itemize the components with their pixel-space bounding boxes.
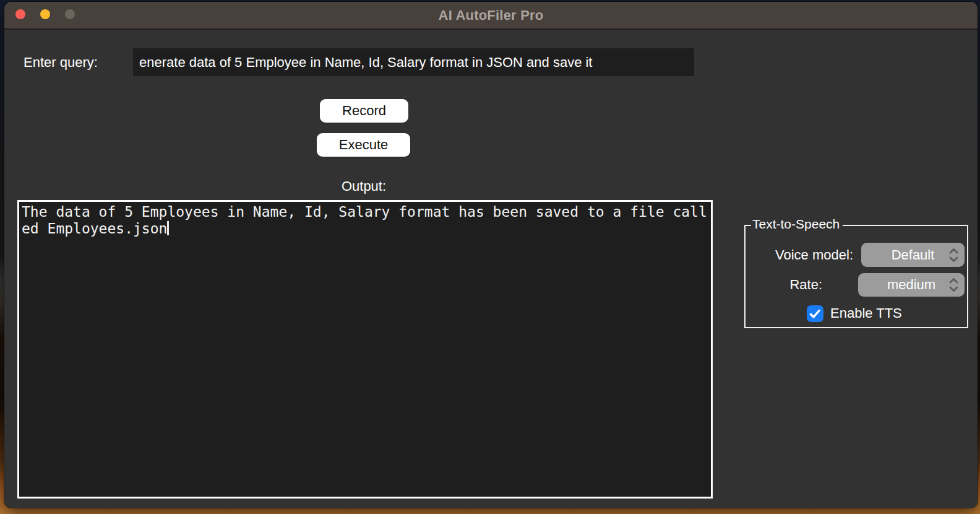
enable-tts-label: Enable TTS [830, 305, 902, 321]
tts-group: Text-to-Speech Voice model: Default Rate… [744, 225, 968, 328]
rate-label: Rate: [749, 277, 822, 293]
close-button[interactable] [15, 9, 25, 19]
enter-query-label: Enter query: [24, 54, 98, 71]
title-bar[interactable]: AI AutoFiler Pro [4, 2, 978, 30]
output-text: The data of 5 Employees in Name, Id, Sal… [22, 204, 707, 237]
tts-group-title: Text-to-Speech [751, 217, 843, 232]
query-input[interactable] [133, 48, 694, 76]
zoom-button[interactable] [65, 9, 75, 19]
app-window: AI AutoFiler Pro Enter query: Record Exe… [4, 2, 978, 508]
execute-button[interactable]: Execute [317, 133, 410, 157]
rate-select[interactable]: medium [858, 273, 965, 297]
voice-model-label: Voice model: [749, 247, 853, 263]
record-button[interactable]: Record [320, 99, 408, 123]
output-label: Output: [302, 178, 426, 194]
chevron-up-down-icon [948, 277, 959, 293]
chevron-up-down-icon [948, 247, 959, 263]
voice-model-select[interactable]: Default [861, 243, 965, 267]
text-cursor [167, 221, 169, 235]
output-textarea[interactable]: The data of 5 Employees in Name, Id, Sal… [17, 200, 713, 499]
checkmark-icon [809, 309, 821, 319]
minimize-button[interactable] [40, 9, 50, 19]
rate-value: medium [887, 277, 935, 293]
voice-model-value: Default [892, 247, 935, 263]
window-title: AI AutoFiler Pro [439, 7, 544, 24]
traffic-lights [15, 9, 75, 19]
enable-tts-checkbox[interactable] [807, 305, 823, 322]
